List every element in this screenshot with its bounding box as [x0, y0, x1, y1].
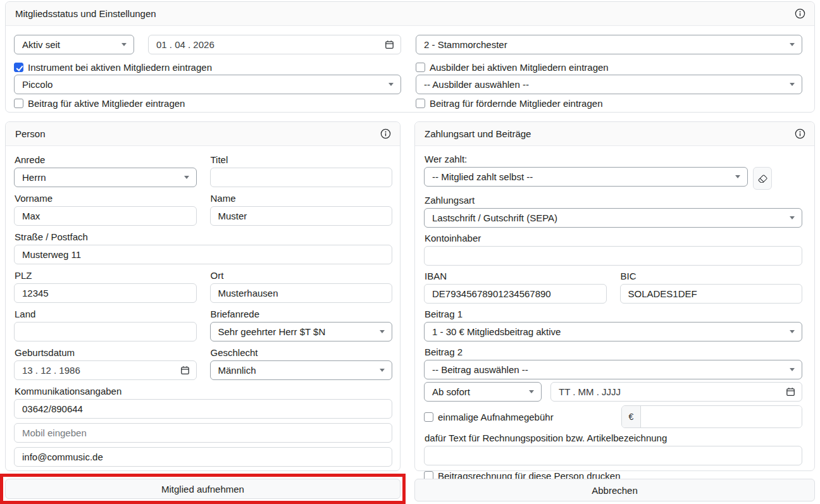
zahlungsart-select[interactable]: Lastschrift / Gutschrift (SEPA) [424, 208, 802, 228]
aufnahmegebuehr-amount-input[interactable] [641, 406, 802, 427]
status-settings-panel: Mitgliedsstatus und Einstellungen Aktiv … [5, 1, 815, 113]
status-select[interactable]: Aktiv seit [14, 35, 134, 54]
geburtsdatum-label: Geburtsdatum [15, 347, 197, 358]
wer-zahlt-select[interactable]: -- Mitglied zahlt selbst -- [424, 167, 748, 187]
geschlecht-label: Geschlecht [211, 347, 393, 358]
beitrag-start-date-placeholder: TT . MM . JJJJ [559, 386, 621, 397]
geburtsdatum-date-input[interactable]: 13 . 12 . 1986 [14, 360, 197, 380]
titel-label: Titel [211, 154, 393, 165]
instrument-checkbox-label[interactable]: Instrument bei aktiven Mitgliedern eintr… [28, 62, 212, 73]
email-input[interactable] [14, 447, 392, 467]
active-since-date-input[interactable]: 01 . 04 . 2026 [148, 35, 401, 54]
chevron-down-icon [790, 216, 795, 219]
land-input[interactable] [14, 322, 197, 341]
cancel-button[interactable]: Abbrechen [414, 479, 815, 501]
fee-supporting-checkbox-row: Beitrag für fördernde Mitglieder eintrag… [416, 98, 802, 109]
submit-member-button[interactable]: Mitglied aufnehmen [5, 479, 401, 499]
info-icon[interactable] [380, 128, 391, 139]
iban-input[interactable] [424, 284, 607, 304]
beitrag1-label: Beitrag 1 [425, 309, 802, 319]
chevron-down-icon [790, 43, 795, 46]
info-icon[interactable] [795, 128, 805, 139]
briefanrede-label: Briefanrede [211, 309, 393, 319]
payment-panel-header: Zahlungsart und Beiträge [415, 122, 814, 146]
instrument-checkbox[interactable] [14, 63, 23, 72]
name-input[interactable] [210, 206, 393, 226]
fee-supporting-checkbox[interactable] [416, 99, 425, 108]
trainer-checkbox-row: Ausbilder bei aktiven Mitgliedern eintra… [416, 62, 802, 73]
wer-zahlt-select-value: -- Mitglied zahlt selbst -- [432, 171, 533, 182]
chevron-down-icon [184, 176, 189, 179]
bic-input[interactable] [620, 284, 803, 304]
zahlungsart-select-value: Lastschrift / Gutschrift (SEPA) [432, 212, 557, 223]
plz-input[interactable] [14, 283, 197, 303]
geschlecht-select[interactable]: Männlich [210, 360, 393, 380]
ort-input[interactable] [210, 283, 393, 303]
kontoinhaber-label: Kontoinhaber [425, 233, 802, 243]
wer-zahlt-label: Wer zahlt: [425, 154, 802, 164]
instrument-select[interactable]: Piccolo [14, 75, 401, 94]
vorname-label: Vorname [15, 193, 197, 204]
briefanrede-select[interactable]: Sehr geehrter Herr $T $N [210, 322, 393, 341]
plz-label: PLZ [15, 270, 197, 281]
beitrag-start-date-input[interactable]: TT . MM . JJJJ [550, 382, 802, 402]
info-icon[interactable] [795, 8, 805, 19]
aufnahmegebuehr-amount-group: € [621, 405, 802, 428]
anrede-label: Anrede [15, 154, 197, 165]
beitrag1-select-value: 1 - 30 € Mitgliedsbeitrag aktive [432, 326, 561, 337]
trainer-select[interactable]: -- Ausbilder auswählen -- [416, 75, 802, 94]
trainer-checkbox-label[interactable]: Ausbilder bei aktiven Mitgliedern eintra… [430, 62, 609, 73]
status-select-value: Aktiv seit [22, 39, 60, 50]
trainer-checkbox[interactable] [416, 63, 425, 72]
zahlungsart-label: Zahlungsart [425, 195, 802, 206]
aufnahmegebuehr-checkbox-label[interactable]: einmalige Aufnahmegebühr [438, 412, 554, 422]
clear-payer-button[interactable] [753, 167, 772, 190]
fee-active-checkbox-label[interactable]: Beitrag für aktive Mitglieder eintragen [28, 98, 185, 109]
beitrag2-label: Beitrag 2 [425, 347, 802, 357]
calendar-icon [385, 40, 394, 49]
person-panel: Person Anrede Herrn Titel Vorname [5, 121, 401, 471]
status-panel-title: Mitgliedsstatus und Einstellungen [15, 8, 156, 19]
geschlecht-select-value: Männlich [218, 365, 256, 376]
fee-active-checkbox-row: Beitrag für aktive Mitglieder eintragen [14, 98, 401, 109]
instrument-select-value: Piccolo [22, 79, 53, 90]
beitrag1-select[interactable]: 1 - 30 € Mitgliedsbeitrag aktive [424, 322, 802, 341]
orchestra-select[interactable]: 2 - Stammorchester [416, 35, 802, 54]
mobil-input[interactable] [14, 423, 392, 443]
titel-input[interactable] [210, 168, 393, 187]
vorname-input[interactable] [14, 206, 197, 226]
orchestra-select-value: 2 - Stammorchester [424, 39, 507, 50]
cancel-button-wrap: Abbrechen [414, 479, 815, 501]
kontoinhaber-input[interactable] [424, 246, 802, 266]
iban-label: IBAN [425, 271, 607, 281]
beitrag-start-select-value: Ab sofort [432, 386, 470, 397]
land-label: Land [15, 309, 197, 319]
chevron-down-icon [380, 330, 385, 333]
rechnungstext-input[interactable] [424, 446, 802, 465]
status-panel-header: Mitgliedsstatus und Einstellungen [6, 2, 814, 26]
beitrag2-select-value: -- Beitrag auswählen -- [432, 364, 528, 375]
geburtsdatum-value: 13 . 12 . 1986 [22, 365, 80, 376]
name-label: Name [211, 193, 393, 204]
beitrag2-select[interactable]: -- Beitrag auswählen -- [424, 360, 802, 379]
calendar-icon [180, 366, 190, 375]
chevron-down-icon [121, 43, 127, 46]
strasse-label: Straße / Postfach [15, 231, 392, 242]
anrede-select[interactable]: Herrn [14, 168, 197, 187]
chevron-down-icon [790, 83, 795, 86]
chevron-down-icon [790, 330, 795, 333]
fee-active-checkbox[interactable] [14, 99, 23, 108]
bic-label: BIC [621, 271, 803, 281]
aufnahmegebuehr-checkbox[interactable] [424, 412, 433, 422]
currency-euro-prefix: € [622, 406, 641, 427]
membership-form-page: { "colors": { "accent": "#2563eb", "high… [0, 0, 820, 504]
chevron-down-icon [388, 83, 394, 86]
briefanrede-select-value: Sehr geehrter Herr $T $N [218, 326, 326, 337]
kommunikation-label: Kommunikationsangaben [15, 386, 392, 396]
telefon-input[interactable] [14, 399, 392, 419]
trainer-select-value: -- Ausbilder auswählen -- [424, 79, 529, 90]
strasse-input[interactable] [14, 245, 392, 264]
beitrag-start-select[interactable]: Ab sofort [424, 382, 542, 402]
fee-supporting-checkbox-label[interactable]: Beitrag für fördernde Mitglieder eintrag… [430, 98, 603, 109]
ort-label: Ort [211, 270, 393, 281]
